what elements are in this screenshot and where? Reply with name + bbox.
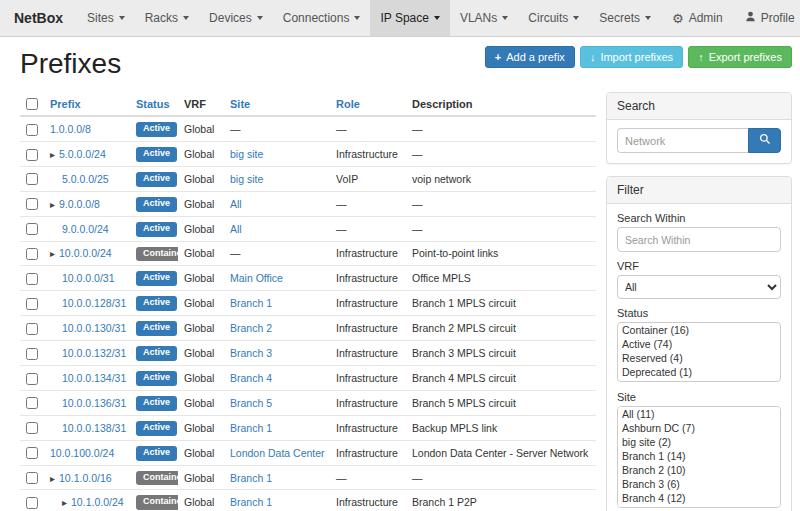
- search-input[interactable]: [617, 128, 748, 153]
- site-link[interactable]: big site: [230, 148, 263, 160]
- prefix-link[interactable]: 9.0.0.0/8: [59, 198, 100, 210]
- row-checkbox[interactable]: [26, 248, 38, 260]
- brand-link[interactable]: NetBox: [0, 0, 77, 36]
- prefix-link[interactable]: 10.0.0.138/31: [62, 422, 126, 434]
- nav-item-sites[interactable]: Sites: [77, 0, 135, 36]
- row-checkbox[interactable]: [26, 397, 38, 409]
- row-checkbox[interactable]: [26, 173, 38, 185]
- table-row: 10.0.0.136/31ActiveGlobalBranch 5Infrast…: [20, 390, 596, 415]
- row-checkbox[interactable]: [26, 472, 38, 484]
- row-checkbox[interactable]: [26, 273, 38, 285]
- nav-item-circuits[interactable]: Circuits: [518, 0, 589, 36]
- select-option[interactable]: Branch 1 (14): [618, 449, 780, 463]
- nav-item-racks[interactable]: Racks: [135, 0, 199, 36]
- export-prefixes-button[interactable]: ↑ Export prefixes: [688, 46, 792, 68]
- site-link[interactable]: Main Office: [230, 272, 283, 284]
- site-link[interactable]: Branch 5: [230, 397, 272, 409]
- prefix-link[interactable]: 10.0.0.136/31: [62, 397, 126, 409]
- prefix-link[interactable]: 10.0.0.128/31: [62, 297, 126, 309]
- prefix-link[interactable]: 5.0.0.0/24: [59, 148, 106, 160]
- select-option[interactable]: Branch 3 (6): [618, 477, 780, 491]
- nav-item-admin[interactable]: ⚙ Admin: [661, 0, 734, 36]
- row-checkbox[interactable]: [26, 422, 38, 434]
- prefix-link[interactable]: 9.0.0.0/24: [62, 223, 109, 235]
- row-select-cell: [20, 116, 44, 141]
- select-option[interactable]: Branch 4 (12): [618, 491, 780, 505]
- select-option[interactable]: Ashburn DC (7): [618, 421, 780, 435]
- expand-toggle-icon[interactable]: ▸: [50, 473, 55, 484]
- status-multiselect[interactable]: Container (16)Active (74)Reserved (4)Dep…: [617, 322, 781, 382]
- column-header-prefix[interactable]: Prefix: [44, 92, 130, 116]
- prefix-link[interactable]: 10.0.100.0/24: [50, 447, 114, 459]
- nav-item-profile[interactable]: Profile: [734, 0, 800, 36]
- prefix-link[interactable]: 10.0.0.0/31: [62, 272, 115, 284]
- row-checkbox[interactable]: [26, 373, 38, 385]
- select-option[interactable]: Branch 5 (7): [618, 505, 780, 508]
- prefix-link[interactable]: 10.1.0.0/16: [59, 472, 112, 484]
- nav-item-vlans[interactable]: VLANs: [450, 0, 518, 36]
- select-option[interactable]: Deprecated (1): [618, 365, 780, 379]
- row-checkbox[interactable]: [26, 323, 38, 335]
- column-header-role[interactable]: Role: [330, 92, 406, 116]
- site-link[interactable]: Branch 1: [230, 472, 272, 484]
- select-option[interactable]: Active (74): [618, 337, 780, 351]
- nav-item-connections[interactable]: Connections: [273, 0, 371, 36]
- row-select-cell: [20, 266, 44, 291]
- nav-item-label: Connections: [283, 11, 350, 25]
- expand-toggle-icon[interactable]: ▸: [50, 248, 55, 259]
- row-checkbox[interactable]: [26, 149, 38, 161]
- row-select-cell: [20, 241, 44, 266]
- expand-toggle-icon[interactable]: ▸: [50, 199, 55, 210]
- prefix-link[interactable]: 1.0.0.0/8: [50, 123, 91, 135]
- select-option[interactable]: big site (2): [618, 435, 780, 449]
- expand-toggle-icon[interactable]: ▸: [62, 497, 67, 508]
- search-button[interactable]: [748, 128, 781, 153]
- row-checkbox[interactable]: [26, 497, 38, 509]
- select-option[interactable]: All (11): [618, 407, 780, 421]
- nav-item-label: Secrets: [599, 11, 640, 25]
- site-link[interactable]: Branch 1: [230, 422, 272, 434]
- column-header-site[interactable]: Site: [224, 92, 330, 116]
- site-link[interactable]: Branch 4: [230, 372, 272, 384]
- site-multiselect[interactable]: All (11)Ashburn DC (7)big site (2)Branch…: [617, 406, 781, 508]
- site-link[interactable]: Branch 1: [230, 496, 272, 508]
- status-cell: Container: [130, 490, 178, 511]
- prefix-link[interactable]: 10.0.0.134/31: [62, 372, 126, 384]
- site-link[interactable]: big site: [230, 173, 263, 185]
- nav-item-ip-space[interactable]: IP Space: [370, 0, 449, 36]
- site-link[interactable]: Branch 2: [230, 322, 272, 334]
- row-checkbox[interactable]: [26, 223, 38, 235]
- import-prefixes-button[interactable]: ↓ Import prefixes: [580, 46, 683, 68]
- row-checkbox[interactable]: [26, 298, 38, 310]
- select-option[interactable]: Branch 2 (10): [618, 463, 780, 477]
- row-select-cell: [20, 366, 44, 391]
- prefix-link[interactable]: 10.1.0.0/24: [71, 496, 124, 508]
- select-option[interactable]: Container (16): [618, 323, 780, 337]
- site-link[interactable]: London Data Center: [230, 447, 325, 459]
- prefix-link[interactable]: 10.0.0.0/24: [59, 247, 112, 259]
- description-cell: Branch 3 MPLS circuit: [406, 341, 596, 366]
- select-option[interactable]: Reserved (4): [618, 351, 780, 365]
- prefix-link[interactable]: 5.0.0.0/25: [62, 173, 109, 185]
- nav-item-secrets[interactable]: Secrets: [589, 0, 661, 36]
- site-label: Site: [617, 391, 781, 403]
- column-header-status[interactable]: Status: [130, 92, 178, 116]
- prefix-link[interactable]: 10.0.0.130/31: [62, 322, 126, 334]
- nav-item-devices[interactable]: Devices: [199, 0, 273, 36]
- site-link[interactable]: Branch 3: [230, 347, 272, 359]
- vrf-select[interactable]: All: [617, 275, 781, 299]
- row-checkbox[interactable]: [26, 447, 38, 459]
- site-link[interactable]: All: [230, 198, 242, 210]
- add-prefix-button[interactable]: + Add a prefix: [485, 46, 575, 68]
- expand-toggle-icon[interactable]: ▸: [50, 149, 55, 160]
- prefix-link[interactable]: 10.0.0.132/31: [62, 347, 126, 359]
- site-link[interactable]: All: [230, 223, 242, 235]
- site-cell: big site: [224, 141, 330, 166]
- select-all-checkbox[interactable]: [26, 98, 38, 110]
- row-checkbox[interactable]: [26, 348, 38, 360]
- row-checkbox[interactable]: [26, 198, 38, 210]
- search-within-input[interactable]: [617, 227, 781, 252]
- row-checkbox[interactable]: [26, 124, 38, 136]
- site-cell: Branch 3: [224, 341, 330, 366]
- site-link[interactable]: Branch 1: [230, 297, 272, 309]
